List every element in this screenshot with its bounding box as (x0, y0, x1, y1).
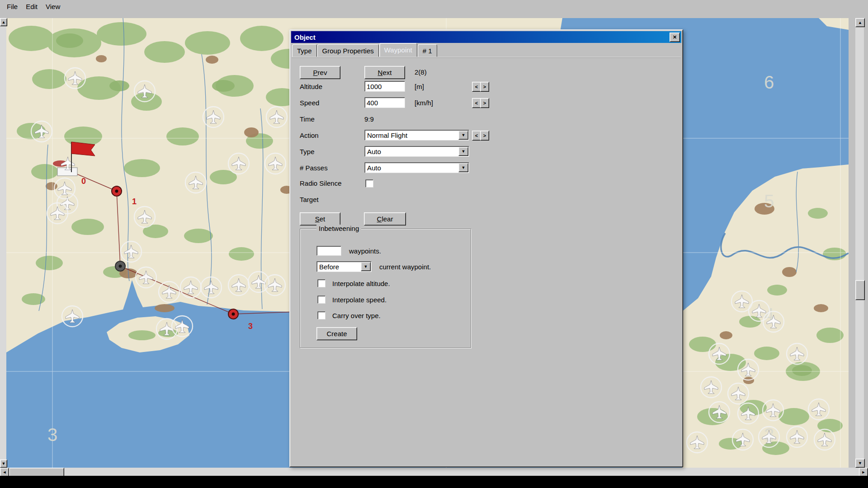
dialog-title: Object (294, 33, 316, 41)
current-waypoint-label: current waypoint. (379, 263, 431, 271)
scroll-up-icon[interactable]: ▲ (0, 18, 7, 26)
time-label: Time (300, 113, 315, 125)
type-dropdown[interactable]: Auto ▼ (364, 146, 469, 157)
chevron-down-icon[interactable]: ▼ (458, 163, 468, 172)
action-label: Action (300, 129, 319, 141)
waypoint-nav-row: Prev Next 2(8) (290, 66, 683, 78)
grid-label-3-left: 3 (47, 425, 57, 445)
action-dropdown[interactable]: Normal Flight ▼ (364, 130, 469, 141)
chevron-down-icon[interactable]: ▼ (458, 147, 468, 156)
menu-file[interactable]: File (3, 0, 22, 13)
radio-silence-label: Radio Silence (300, 177, 342, 189)
altitude-decrement-icon[interactable]: < (472, 82, 481, 92)
tab-number-1[interactable]: # 1 (418, 44, 437, 57)
mission-flag-icon[interactable] (71, 142, 95, 156)
altitude-input[interactable] (364, 81, 405, 92)
tab-divider (292, 57, 681, 57)
inbetweening-group: Inbetweening waypoints. Before ▼ current… (300, 229, 471, 348)
scroll-down-icon[interactable]: ▼ (0, 460, 7, 468)
action-prev-icon[interactable]: < (472, 131, 481, 141)
passes-row: # Passes Auto ▼ (290, 162, 683, 174)
next-button[interactable]: Next (364, 66, 405, 79)
waypoint-1[interactable] (112, 186, 122, 196)
inbetween-count-input[interactable] (316, 246, 341, 256)
speed-input[interactable] (364, 97, 405, 108)
set-button[interactable]: Set (300, 212, 340, 225)
radio-silence-checkbox[interactable] (365, 179, 373, 188)
dialog-titlebar[interactable]: Object ✕ (291, 31, 681, 43)
scroll-down-icon[interactable]: ▼ (855, 459, 865, 468)
interpolate-altitude-label: Interpolate altitude. (332, 280, 390, 287)
type-label: Type (300, 145, 315, 158)
waypoints-suffix-label: waypoints. (349, 247, 381, 255)
close-icon[interactable]: ✕ (670, 33, 680, 42)
waypoint-3-label: 3 (248, 322, 253, 331)
prev-button[interactable]: Prev (300, 66, 340, 79)
scrollbar-thumb[interactable] (9, 468, 64, 477)
interpolate-speed-checkbox[interactable] (317, 296, 326, 304)
waypoint-0-label: 0 (81, 177, 86, 186)
altitude-unit: [m] (415, 80, 424, 93)
type-row: Type Auto ▼ (290, 145, 683, 158)
target-label: Target (300, 193, 319, 206)
speed-label: Speed (300, 97, 319, 109)
target-row: Target (290, 193, 683, 206)
speed-decrement-icon[interactable]: < (472, 98, 481, 108)
horizontal-scrollbar[interactable]: ◄ ► (0, 468, 868, 476)
waypoint-1-label: 1 (132, 197, 137, 206)
status-bar: [Mission : Quick/005 - Cross-Country.mis… (0, 476, 868, 488)
inbetweening-title: Inbetweening (316, 225, 361, 232)
create-button[interactable]: Create (316, 327, 357, 340)
time-row: Time 9:9 (290, 113, 683, 125)
right-scrollbar[interactable]: ▲ ▼ (855, 18, 864, 468)
tab-group-properties[interactable]: Group Properties (317, 44, 379, 57)
scroll-left-icon[interactable]: ◄ (0, 468, 9, 477)
chevron-down-icon[interactable]: ▼ (361, 262, 371, 271)
left-scrollbar[interactable]: ▲ ▼ (0, 18, 6, 468)
waypoint-3[interactable] (228, 309, 238, 319)
speed-increment-icon[interactable]: > (480, 98, 489, 108)
scroll-right-icon[interactable]: ► (859, 468, 868, 477)
carry-over-type-checkbox[interactable] (317, 311, 326, 319)
passes-dropdown[interactable]: Auto ▼ (364, 162, 469, 173)
tab-waypoint[interactable]: Waypoint (379, 43, 417, 57)
menu-bar: File Edit View (0, 0, 868, 13)
dialog-tabs: Type Group Properties Waypoint # 1 (292, 44, 438, 57)
scrollbar-thumb[interactable] (855, 280, 865, 300)
position-dropdown[interactable]: Before ▼ (316, 261, 372, 272)
passes-label: # Passes (300, 162, 328, 174)
action-row: Action Normal Flight ▼ < > (290, 129, 683, 141)
set-clear-row: Set Clear (290, 212, 683, 225)
altitude-label: Altitude (300, 80, 322, 93)
time-value: 9:9 (364, 113, 374, 125)
radio-silence-row: Radio Silence (290, 177, 683, 189)
carry-over-type-label: Carry over type. (332, 312, 381, 319)
waypoint-counter: 2(8) (415, 66, 427, 78)
menu-view[interactable]: View (42, 0, 64, 13)
speed-row: Speed [km/h] < > (290, 97, 683, 109)
interpolate-speed-label: Interpolate speed. (332, 296, 387, 304)
grid-label-5: 5 (764, 191, 774, 211)
menu-edit[interactable]: Edit (22, 0, 42, 13)
action-next-icon[interactable]: > (480, 131, 489, 141)
altitude-row: Altitude [m] < > (290, 80, 683, 93)
clear-button[interactable]: Clear (364, 212, 406, 225)
speed-unit: [km/h] (415, 97, 433, 109)
chevron-down-icon[interactable]: ▼ (458, 131, 468, 140)
scroll-up-icon[interactable]: ▲ (855, 18, 865, 27)
altitude-increment-icon[interactable]: > (480, 82, 489, 92)
tab-type[interactable]: Type (292, 44, 317, 57)
interpolate-altitude-checkbox[interactable] (317, 279, 326, 287)
grid-label-6: 6 (764, 72, 774, 92)
object-dialog: Object ✕ Type Group Properties Waypoint … (289, 29, 683, 467)
waypoint-2[interactable] (115, 261, 125, 271)
